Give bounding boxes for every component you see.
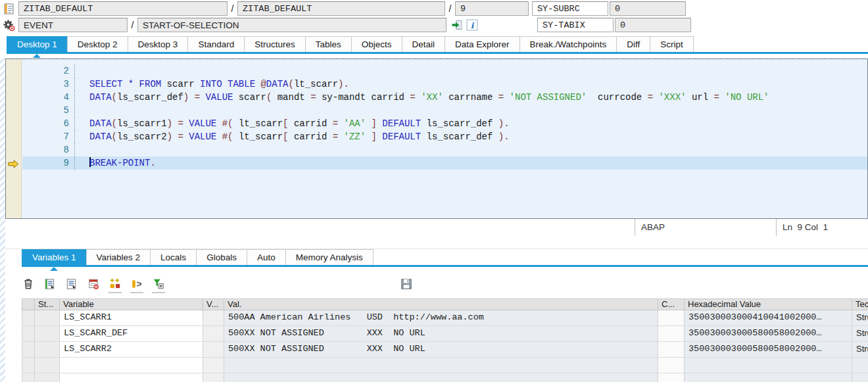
variables-toolbar — [5, 267, 868, 298]
editor-status-bar: ABAP Ln 9 Col 1 — [5, 219, 868, 236]
swap-variables-icon[interactable] — [130, 277, 143, 293]
variable-name-cell[interactable] — [60, 373, 203, 382]
copy-text-icon[interactable] — [65, 277, 78, 291]
column-header-tech[interactable]: Tech — [852, 298, 868, 310]
code-line-3[interactable]: 3SELECT * FROM scarr INTO TABLE @DATA(lt… — [22, 78, 867, 91]
table-row[interactable] — [22, 373, 868, 382]
event-name-field[interactable]: START-OF-SELECTION — [137, 18, 446, 32]
tab-detail[interactable]: Detail — [402, 36, 445, 52]
tab-desktop-1[interactable]: Desktop 1 — [7, 36, 67, 52]
variables-tabstrip: Variables 1Variables 2LocalsGlobalsAutoM… — [22, 249, 868, 267]
code-line-9[interactable]: 9BREAK-POINT. — [22, 156, 867, 170]
code-editor[interactable]: 23SELECT * FROM scarr INTO TABLE @DATA(l… — [5, 59, 868, 219]
row-selector[interactable] — [22, 326, 35, 342]
row-selector[interactable] — [22, 373, 35, 382]
variable-value-cell[interactable]: 500XX NOT ASSIGNED XXX NO URL — [224, 326, 658, 342]
code-area[interactable]: 23SELECT * FROM scarr INTO TABLE @DATA(l… — [22, 59, 867, 218]
table-row[interactable]: LS_SCARR1500AA American Airlines USD htt… — [22, 310, 868, 326]
code-line-5[interactable]: 5 — [22, 104, 867, 117]
tab-auto[interactable]: Auto — [247, 249, 285, 265]
row-selector[interactable] — [22, 342, 35, 358]
line-number: 2 — [22, 64, 75, 78]
column-header-sel[interactable] — [22, 298, 35, 310]
tab-desktop-2[interactable]: Desktop 2 — [67, 36, 128, 52]
tab-memory-analysis[interactable]: Memory Analysis — [285, 249, 374, 265]
variable-name-cell[interactable]: LS_SCARR1 — [60, 310, 203, 326]
variable-value-cell[interactable] — [224, 373, 658, 382]
code-line-7[interactable]: 7DATA(ls_scarr2) = VALUE #( lt_scarr[ ca… — [22, 130, 867, 143]
code-line-4[interactable]: 4DATA(ls_scarr_def) = VALUE scarr( mandt… — [22, 91, 867, 104]
column-header-val[interactable]: Val. — [224, 298, 658, 310]
tab-diff[interactable]: Diff — [616, 36, 650, 52]
sy-subrc-label-field[interactable]: SY-SUBRC — [532, 1, 608, 16]
row-selector[interactable] — [22, 310, 35, 326]
sy-tabix-label-field[interactable]: SY-TABIX — [537, 18, 614, 32]
c-cell — [658, 310, 685, 326]
variables-table: St...VariableV...Val.C...Hexadecimal Val… — [22, 298, 868, 382]
tab-break-watchpoints[interactable]: Break./Watchpoints — [519, 36, 617, 52]
variable-name-cell[interactable]: LS_SCARR_DEF — [60, 326, 203, 342]
debugger-header: ZITAB_DEFAULT / ZITAB_DEFAULT / 9 SY-SUB… — [0, 0, 868, 58]
event-type-field[interactable]: EVENT — [18, 18, 128, 32]
variable-value-cell[interactable]: 500XX NOT ASSIGNED XXX NO URL — [224, 342, 658, 358]
table-row[interactable]: LS_SCARR_DEF500XX NOT ASSIGNED XXX NO UR… — [22, 326, 868, 342]
hex-value-cell — [685, 373, 852, 382]
code-line-6[interactable]: 6DATA(ls_scarr1) = VALUE #( lt_scarr[ ca… — [22, 117, 867, 130]
sy-tabix-value-field[interactable]: 0 — [615, 18, 691, 32]
variable-value-cell[interactable]: 500AA American Airlines USD http://www.a… — [224, 310, 658, 326]
tab-variables-2[interactable]: Variables 2 — [86, 249, 151, 265]
code-line-2[interactable]: 2 — [22, 64, 867, 78]
c-cell — [658, 373, 685, 382]
hex-value-cell — [685, 358, 852, 373]
goto-current-statement-icon[interactable] — [451, 19, 463, 31]
column-header-var[interactable]: Variable — [60, 298, 203, 310]
desktop-tabstrip: Desktop 1Desktop 2Desktop 3StandardStruc… — [7, 36, 868, 54]
line-number-field[interactable]: 9 — [455, 1, 529, 16]
view-cell — [203, 373, 224, 382]
include-field[interactable]: ZITAB_DEFAULT — [237, 1, 445, 16]
column-header-c[interactable]: C... — [658, 298, 685, 310]
table-row[interactable] — [22, 358, 868, 373]
panel-splitter[interactable] — [5, 236, 868, 249]
status-cell — [35, 310, 60, 326]
sy-subrc-value-field[interactable]: 0 — [610, 1, 686, 16]
save-icon[interactable] — [400, 277, 413, 291]
variable-name-cell[interactable]: LS_SCARR2 — [60, 342, 203, 358]
line-number: 6 — [22, 117, 75, 130]
row-selector[interactable] — [22, 358, 35, 373]
c-cell — [658, 326, 685, 342]
tab-script[interactable]: Script — [650, 36, 694, 52]
tab-objects[interactable]: Objects — [351, 36, 402, 52]
current-statement-arrow-icon — [8, 159, 19, 168]
column-header-hex[interactable]: Hexadecimal Value — [685, 298, 852, 310]
compare-variables-icon[interactable] — [108, 277, 122, 293]
tab-variables-1[interactable]: Variables 1 — [22, 249, 86, 265]
tab-structures[interactable]: Structures — [244, 36, 305, 52]
tab-globals[interactable]: Globals — [196, 249, 247, 265]
technical-type-cell: Struc — [852, 342, 868, 358]
tab-desktop-3[interactable]: Desktop 3 — [128, 36, 188, 52]
code-line-8[interactable]: 8 — [22, 143, 867, 156]
c-cell — [658, 342, 685, 358]
breakpoint-margin[interactable] — [6, 59, 22, 218]
select-copy-icon[interactable] — [43, 277, 57, 291]
tab-standard[interactable]: Standard — [187, 36, 244, 52]
table-row[interactable]: LS_SCARR2500XX NOT ASSIGNED XXX NO URL35… — [22, 342, 868, 358]
column-header-v[interactable]: V... — [203, 298, 224, 310]
info-icon[interactable]: i — [466, 19, 478, 31]
tab-data-explorer[interactable]: Data Explorer — [445, 36, 519, 52]
tab-tables[interactable]: Tables — [305, 36, 351, 52]
program-field[interactable]: ZITAB_DEFAULT — [18, 1, 228, 16]
status-cell — [35, 373, 60, 382]
status-cell — [35, 358, 60, 373]
variable-name-cell[interactable] — [60, 358, 203, 373]
filter-icon[interactable] — [152, 277, 165, 293]
tab-locals[interactable]: Locals — [150, 249, 196, 265]
delete-variable-icon[interactable] — [87, 277, 100, 291]
delete-icon[interactable] — [22, 277, 35, 291]
variables-table-header: St...VariableV...Val.C...Hexadecimal Val… — [22, 298, 868, 310]
variable-value-cell[interactable] — [224, 358, 658, 373]
line-number: 5 — [22, 104, 75, 117]
column-header-st[interactable]: St... — [35, 298, 60, 310]
hex-value-cell: 350030003000410041002000… — [685, 310, 852, 326]
